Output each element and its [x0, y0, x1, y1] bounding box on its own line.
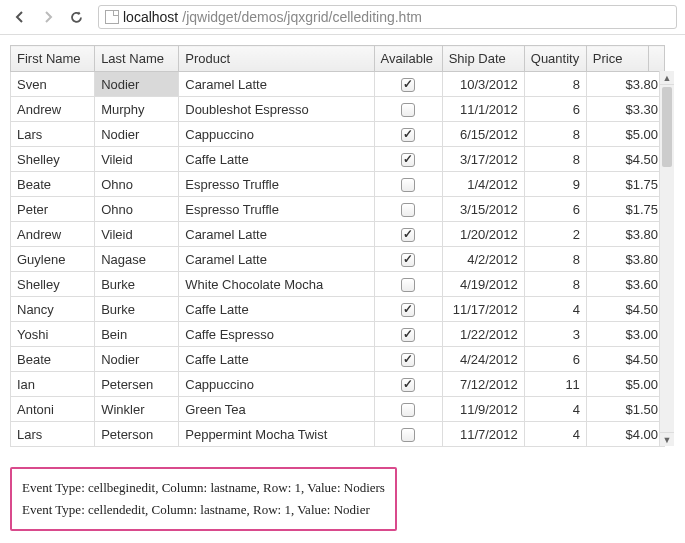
cell-available[interactable] — [374, 172, 442, 197]
cell-product[interactable]: Caffe Latte — [179, 147, 374, 172]
cell-product[interactable]: Peppermint Mocha Twist — [179, 422, 374, 447]
cell-quantity[interactable]: 4 — [524, 397, 586, 422]
cell-product[interactable]: Doubleshot Espresso — [179, 97, 374, 122]
header-available[interactable]: Available — [374, 46, 442, 72]
header-price[interactable]: Price — [586, 46, 648, 72]
cell-quantity[interactable]: 3 — [524, 322, 586, 347]
cell-last-name[interactable]: Petersen — [95, 372, 179, 397]
url-bar[interactable]: localhost/jqwidget/demos/jqxgrid/celledi… — [98, 5, 677, 29]
checkbox-icon[interactable] — [401, 253, 415, 267]
cell-last-name[interactable]: Winkler — [95, 397, 179, 422]
cell-product[interactable]: Espresso Truffle — [179, 172, 374, 197]
header-ship-date[interactable]: Ship Date — [442, 46, 524, 72]
cell-price[interactable]: $3.80 — [586, 72, 664, 97]
back-button[interactable] — [8, 5, 32, 29]
cell-quantity[interactable]: 8 — [524, 72, 586, 97]
cell-available[interactable] — [374, 297, 442, 322]
scrollbar-thumb[interactable] — [662, 87, 672, 167]
cell-available[interactable] — [374, 347, 442, 372]
cell-ship-date[interactable]: 4/24/2012 — [442, 347, 524, 372]
cell-ship-date[interactable]: 1/4/2012 — [442, 172, 524, 197]
cell-last-name[interactable]: Nagase — [95, 247, 179, 272]
header-first-name[interactable]: First Name — [11, 46, 95, 72]
cell-product[interactable]: Caffe Espresso — [179, 322, 374, 347]
header-last-name[interactable]: Last Name — [95, 46, 179, 72]
cell-price[interactable]: $3.80 — [586, 222, 664, 247]
cell-first-name[interactable]: Sven — [11, 72, 95, 97]
cell-price[interactable]: $3.80 — [586, 247, 664, 272]
checkbox-icon[interactable] — [401, 128, 415, 142]
cell-available[interactable] — [374, 322, 442, 347]
cell-first-name[interactable]: Ian — [11, 372, 95, 397]
cell-first-name[interactable]: Yoshi — [11, 322, 95, 347]
cell-quantity[interactable]: 11 — [524, 372, 586, 397]
cell-ship-date[interactable]: 11/9/2012 — [442, 397, 524, 422]
cell-available[interactable] — [374, 397, 442, 422]
cell-product[interactable]: Caramel Latte — [179, 247, 374, 272]
cell-ship-date[interactable]: 11/17/2012 — [442, 297, 524, 322]
cell-first-name[interactable]: Beate — [11, 347, 95, 372]
scroll-up-icon[interactable]: ▲ — [660, 71, 674, 85]
cell-last-name[interactable]: Peterson — [95, 422, 179, 447]
cell-first-name[interactable]: Beate — [11, 172, 95, 197]
cell-available[interactable] — [374, 147, 442, 172]
cell-last-name[interactable]: Nodier — [95, 122, 179, 147]
cell-available[interactable] — [374, 422, 442, 447]
cell-quantity[interactable]: 6 — [524, 97, 586, 122]
cell-available[interactable] — [374, 247, 442, 272]
cell-last-name[interactable]: Ohno — [95, 197, 179, 222]
cell-price[interactable]: $4.50 — [586, 347, 664, 372]
cell-last-name[interactable]: Vileid — [95, 222, 179, 247]
cell-product[interactable]: Cappuccino — [179, 122, 374, 147]
cell-price[interactable]: $4.00 — [586, 422, 664, 447]
cell-available[interactable] — [374, 197, 442, 222]
cell-ship-date[interactable]: 3/17/2012 — [442, 147, 524, 172]
cell-first-name[interactable]: Shelley — [11, 272, 95, 297]
header-product[interactable]: Product — [179, 46, 374, 72]
cell-available[interactable] — [374, 72, 442, 97]
cell-first-name[interactable]: Shelley — [11, 147, 95, 172]
scroll-down-icon[interactable]: ▼ — [660, 432, 674, 446]
cell-quantity[interactable]: 6 — [524, 197, 586, 222]
cell-first-name[interactable]: Guylene — [11, 247, 95, 272]
cell-product[interactable]: Cappuccino — [179, 372, 374, 397]
cell-first-name[interactable]: Andrew — [11, 97, 95, 122]
cell-product[interactable]: Espresso Truffle — [179, 197, 374, 222]
cell-quantity[interactable]: 4 — [524, 422, 586, 447]
cell-price[interactable]: $5.00 — [586, 372, 664, 397]
cell-last-name[interactable]: Burke — [95, 272, 179, 297]
cell-ship-date[interactable]: 11/7/2012 — [442, 422, 524, 447]
vertical-scrollbar[interactable]: ▲ ▼ — [659, 71, 674, 446]
cell-product[interactable]: Caffe Latte — [179, 347, 374, 372]
cell-available[interactable] — [374, 97, 442, 122]
forward-button[interactable] — [36, 5, 60, 29]
cell-quantity[interactable]: 2 — [524, 222, 586, 247]
cell-product[interactable]: Green Tea — [179, 397, 374, 422]
reload-button[interactable] — [64, 5, 88, 29]
cell-price[interactable]: $3.30 — [586, 97, 664, 122]
checkbox-icon[interactable] — [401, 203, 415, 217]
cell-last-name[interactable]: Murphy — [95, 97, 179, 122]
cell-product[interactable]: Caramel Latte — [179, 222, 374, 247]
cell-available[interactable] — [374, 272, 442, 297]
checkbox-icon[interactable] — [401, 403, 415, 417]
cell-price[interactable]: $3.60 — [586, 272, 664, 297]
cell-price[interactable]: $3.00 — [586, 322, 664, 347]
checkbox-icon[interactable] — [401, 328, 415, 342]
cell-last-name[interactable]: Bein — [95, 322, 179, 347]
cell-ship-date[interactable]: 6/15/2012 — [442, 122, 524, 147]
cell-price[interactable]: $1.50 — [586, 397, 664, 422]
cell-available[interactable] — [374, 122, 442, 147]
cell-quantity[interactable]: 9 — [524, 172, 586, 197]
cell-product[interactable]: Caramel Latte — [179, 72, 374, 97]
cell-ship-date[interactable]: 7/12/2012 — [442, 372, 524, 397]
cell-price[interactable]: $4.50 — [586, 297, 664, 322]
checkbox-icon[interactable] — [401, 278, 415, 292]
cell-first-name[interactable]: Peter — [11, 197, 95, 222]
cell-first-name[interactable]: Antoni — [11, 397, 95, 422]
cell-first-name[interactable]: Nancy — [11, 297, 95, 322]
checkbox-icon[interactable] — [401, 103, 415, 117]
checkbox-icon[interactable] — [401, 78, 415, 92]
cell-quantity[interactable]: 4 — [524, 297, 586, 322]
cell-last-name[interactable]: Burke — [95, 297, 179, 322]
